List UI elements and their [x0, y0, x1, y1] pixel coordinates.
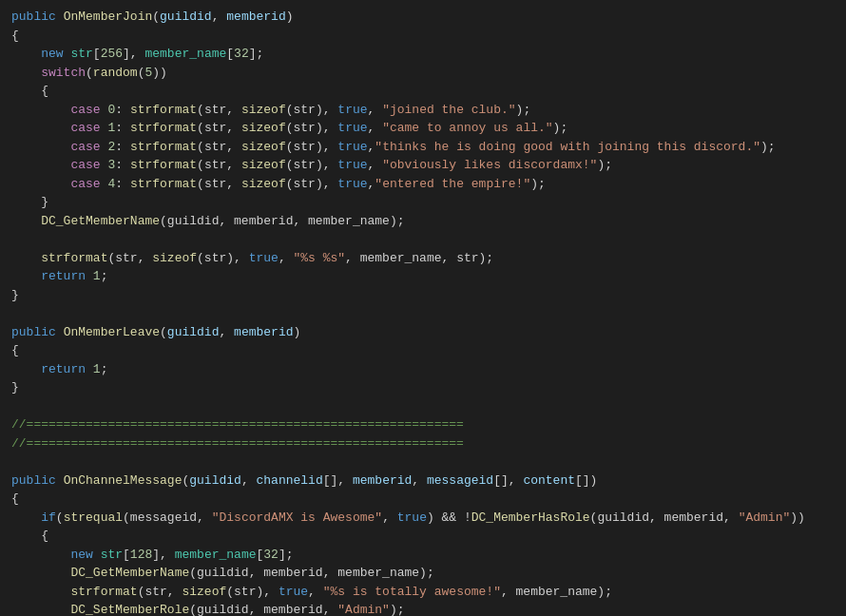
- param-guildid: guildid: [160, 10, 212, 24]
- param-guildid-3: guildid: [189, 473, 241, 488]
- keyword-case0: case: [70, 103, 100, 117]
- bool-true-3: true: [337, 158, 367, 172]
- fn-setmemberrole: DC_SetMemberRole: [70, 603, 189, 616]
- fn-sizeof-3: sizeof: [241, 158, 286, 172]
- type-membername: member_name: [144, 47, 226, 61]
- bool-true-7: true: [279, 585, 308, 599]
- fn-strformat-2: strformat: [130, 140, 197, 154]
- code-container: public OnMemberJoin(guildid, memberid) {…: [11, 8, 835, 616]
- str-thinks: "thinks he is doing good with joining th…: [375, 140, 760, 154]
- bool-true-0: true: [337, 103, 367, 117]
- keyword-case4: case: [70, 177, 100, 191]
- type-membername-2: member_name: [175, 548, 257, 562]
- fn-strequal: strequal: [64, 510, 123, 525]
- num-256: 256: [101, 47, 123, 61]
- keyword-return-1: return: [41, 269, 86, 283]
- param-messageid: messageid: [427, 473, 493, 488]
- fn-strformat-1: strformat: [130, 121, 197, 135]
- keyword-new: new: [41, 47, 63, 61]
- fn-getmembername-1: DC_GetMemberName: [41, 214, 160, 228]
- str-admin-2: "Admin": [337, 603, 390, 616]
- fn-getmembername-2: DC_GetMemberName: [70, 566, 189, 580]
- fn-sizeof-2: sizeof: [241, 140, 286, 154]
- keyword-case3: case: [70, 158, 100, 172]
- fn-memberhasrole: DC_MemberHasRole: [471, 510, 590, 525]
- bool-true-5: true: [249, 251, 279, 265]
- bool-true-1: true: [337, 121, 367, 135]
- fn-sizeof-0: sizeof: [241, 103, 286, 117]
- type-str-2: str: [101, 548, 123, 562]
- str-format-ss: "%s %s": [294, 251, 346, 265]
- keyword-case2: case: [70, 140, 100, 154]
- fn-random: random: [93, 66, 138, 80]
- param-memberid: memberid: [226, 10, 285, 24]
- param-channelid: channelid: [256, 473, 322, 488]
- fn-strformat-4: strformat: [130, 177, 197, 191]
- param-content: content: [523, 473, 575, 488]
- keyword-case1: case: [70, 121, 100, 135]
- num-32: 32: [234, 47, 249, 61]
- str-annoy: "came to annoy us all.": [382, 121, 552, 135]
- keyword-public-2: public: [11, 325, 56, 339]
- num-1-a: 1: [93, 269, 101, 283]
- bool-true-2: true: [337, 140, 367, 154]
- keyword-return-2: return: [41, 362, 86, 376]
- num-128: 128: [130, 548, 152, 562]
- fn-sizeof-4: sizeof: [241, 177, 286, 191]
- keyword-switch: switch: [41, 66, 86, 80]
- fn-onmemberleave: OnMemberLeave: [64, 325, 160, 339]
- num-1-b: 1: [93, 362, 101, 376]
- str-joined: "joined the club.": [382, 103, 515, 117]
- fn-strformat-0: strformat: [130, 103, 197, 117]
- keyword-public-3: public: [11, 473, 56, 488]
- keyword-public: public: [11, 10, 56, 24]
- bool-true-6: true: [397, 510, 427, 525]
- fn-onchannelmessage: OnChannelMessage: [64, 473, 183, 488]
- fn-sizeof-1: sizeof: [241, 121, 286, 135]
- fn-strformat-6: strformat: [70, 585, 137, 599]
- str-discordamx: "DiscordAMX is Awesome": [212, 510, 382, 525]
- str-obviously: "obviously likes discordamx!": [382, 158, 597, 172]
- fn-strformat-3: strformat: [130, 158, 197, 172]
- keyword-new-2: new: [70, 548, 92, 562]
- keyword-if: if: [41, 510, 56, 525]
- str-awesome: "%s is totally awesome!": [323, 585, 501, 599]
- fn-sizeof-6: sizeof: [182, 585, 226, 599]
- num-32-2: 32: [263, 548, 279, 562]
- comment-divider-2: //======================================…: [11, 436, 464, 451]
- fn-strformat-5: strformat: [41, 251, 107, 265]
- param-guildid-2: guildid: [167, 325, 220, 339]
- param-memberid-2: memberid: [234, 325, 293, 339]
- comment-divider-1: //======================================…: [11, 417, 464, 432]
- fn-sizeof-5: sizeof: [152, 251, 197, 265]
- str-empire: "entered the empire!": [375, 177, 530, 191]
- str-admin-1: "Admin": [739, 510, 791, 525]
- type-str: str: [70, 47, 92, 61]
- function-name: OnMemberJoin: [64, 10, 153, 24]
- bool-true-4: true: [337, 177, 367, 191]
- param-memberid-3: memberid: [353, 473, 412, 488]
